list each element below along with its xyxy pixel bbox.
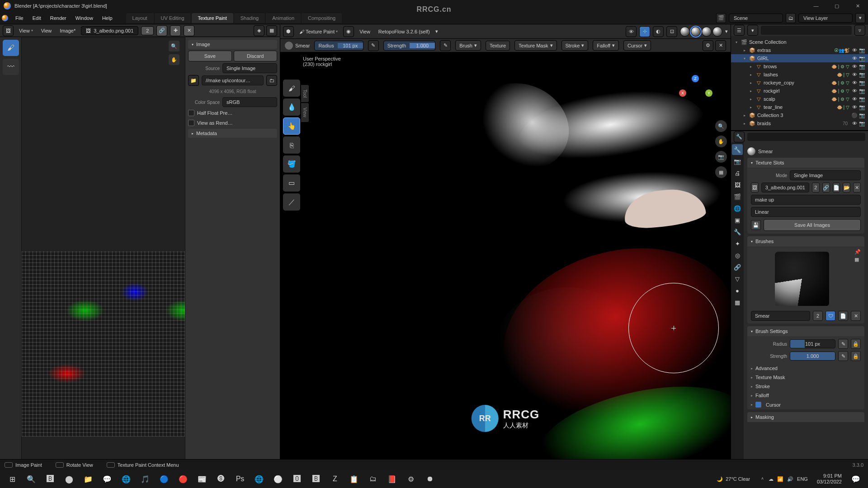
view-menu[interactable]: View (357, 28, 373, 36)
tool-soften-icon[interactable]: 💧 (283, 99, 300, 116)
taskbar-clock[interactable]: 9:01 PM 03/12/2022 (813, 473, 845, 485)
sub-cursor[interactable]: ▸Cursor (747, 400, 864, 409)
uv-pan-icon[interactable]: ✋ (169, 54, 179, 65)
scene-field[interactable]: Scene (729, 14, 783, 23)
brush-users[interactable]: 2 (813, 311, 823, 321)
tool-fill-icon[interactable]: 🪣 (283, 155, 300, 173)
sub-stroke[interactable]: ▸Stroke (747, 382, 864, 391)
shade-wire-icon[interactable] (680, 27, 690, 37)
app-generic-2-icon[interactable]: 🌐 (118, 470, 135, 488)
tab-layout[interactable]: Layout (126, 13, 154, 23)
bs-radius-slider[interactable]: 101 px (790, 339, 835, 348)
app-spotify-icon[interactable]: 🎵 (137, 470, 154, 488)
app-generic-7-icon[interactable]: ⚪ (269, 470, 287, 488)
gizmo-icon[interactable]: ⊹ (639, 26, 650, 37)
viewport-mode[interactable]: 🖌 Texture Paint▾ (297, 28, 340, 36)
filter-icon[interactable]: ▾ (855, 13, 865, 23)
notifications-icon[interactable]: 💬 (847, 470, 864, 488)
shade-solid-icon[interactable] (691, 27, 701, 37)
ptab-physics-icon[interactable]: ◎ (732, 250, 743, 261)
ptab-render-icon[interactable]: 📷 (732, 156, 743, 167)
outliner-item[interactable]: ▸▽brows🐵 | ⚙ ▽👁📷 (731, 62, 868, 70)
tool-settings-icon[interactable]: ⚙ (703, 40, 713, 51)
app-generic-5-icon[interactable]: 📰 (193, 470, 211, 488)
app-photoshop-icon[interactable]: Ps (231, 470, 249, 488)
app-generic-9-icon[interactable]: 🗂 (364, 470, 382, 488)
brushes-header[interactable]: ▾Brushes (747, 236, 864, 246)
tool-line-icon[interactable]: ／ (283, 193, 300, 211)
interp-select[interactable]: Linear (751, 207, 861, 217)
slot-users[interactable]: 2 (812, 183, 820, 192)
uv-overlay-icon[interactable]: ◈ (254, 25, 264, 36)
sub-texturemask[interactable]: ▸Texture Mask (747, 373, 864, 382)
viewlayer-icon[interactable]: 🗂 (786, 13, 796, 23)
source-value[interactable]: Single Image (222, 63, 277, 73)
taskbar-weather[interactable]: 🌙27°C Clear (712, 476, 755, 482)
tab-uvediting[interactable]: UV Editing (155, 13, 191, 23)
app-zbrush-icon[interactable]: Z (326, 470, 344, 488)
scene-icon[interactable]: 🎬 (716, 13, 726, 23)
ptab-modifier-icon[interactable]: 🔧 (732, 226, 743, 237)
start-icon[interactable]: ⊞ (4, 470, 21, 488)
nav-camera-icon[interactable]: 📷 (715, 151, 727, 163)
image-delete-icon[interactable]: ✕ (184, 25, 194, 36)
window-maximize[interactable]: ▢ (826, 0, 847, 12)
ptab-world-icon[interactable]: 🌐 (732, 203, 743, 214)
slot-link-icon[interactable]: 🔗 (822, 183, 830, 192)
3d-viewport[interactable]: User Perspective (230) rockgirl 🖌 💧 👆 ⎘ … (280, 52, 731, 459)
xray-icon[interactable]: ⊡ (666, 26, 677, 37)
app-blender-2-icon[interactable]: 🅱 (307, 470, 325, 488)
brush-settings-header[interactable]: ▾Brush Settings (747, 326, 864, 336)
menu-edit[interactable]: Edit (28, 14, 46, 23)
outliner-item[interactable]: ▸▽lashes🐵 | ▽👁📷 (731, 70, 868, 79)
close-panel-icon[interactable]: ✕ (715, 40, 726, 51)
axis-z[interactable]: Z (692, 75, 699, 82)
texture-slots-header[interactable]: ▾Texture Slots (747, 158, 864, 168)
radius-pen-icon[interactable]: ✎ (368, 40, 379, 51)
left-mode-select[interactable]: View▾ (16, 27, 36, 35)
axis-y[interactable]: Y (705, 89, 712, 97)
image-selector[interactable]: 🖼 3_albedo.png.001 (81, 26, 138, 35)
select-vis-icon[interactable]: 👁 (626, 26, 637, 37)
app-obs-icon[interactable]: ⏺ (421, 470, 439, 488)
slot-new-icon[interactable]: 📄 (833, 183, 840, 192)
save-images-icon[interactable]: 💾 (751, 220, 761, 230)
tool-smear-active-icon[interactable]: 👆 (283, 117, 300, 135)
search-icon[interactable]: 🔍 (23, 470, 40, 488)
paintmode-icon[interactable]: ◉ (343, 26, 354, 37)
app-whatsapp-icon[interactable]: 💬 (99, 470, 116, 488)
outliner-item[interactable]: ▸📦Collection 3⚫📷 (731, 111, 868, 119)
slot-image-icon[interactable]: 🖼 (751, 183, 759, 192)
brush-preview[interactable] (775, 252, 829, 306)
app-chrome-icon[interactable]: 🌐 (250, 470, 268, 488)
outliner-item[interactable]: ▸▽rockeye_copy🐵 | ⚙ ▽👁📷 (731, 79, 868, 87)
menu-render[interactable]: Render (46, 14, 71, 23)
texturemask-dropdown[interactable]: Texture Mask▾ (514, 40, 557, 51)
outliner-item[interactable]: ▸▽tear_line🐵 | ▽👁📷 (731, 103, 868, 111)
tool-clone-icon[interactable]: ⎘ (283, 136, 300, 154)
window-close[interactable]: ✕ (847, 0, 868, 12)
image-users[interactable]: 2 (141, 26, 154, 35)
outliner-item[interactable]: ▸▽rockgirl🐵 | ⚙ ▽👁📷 (731, 87, 868, 95)
tool-smear-icon[interactable]: 〰 (3, 59, 19, 75)
app-generic-6-icon[interactable]: 🅢 (212, 470, 230, 488)
strength-slider[interactable]: Strength1.000 (383, 41, 436, 51)
ptab-constraint-icon[interactable]: 🔗 (732, 262, 743, 272)
outliner-display-icon[interactable]: ▾ (747, 25, 758, 36)
ptab-texture-icon[interactable]: ▦ (732, 297, 743, 308)
outliner-item[interactable]: ▾📦GIRL👁📷 (731, 54, 868, 62)
app-acrobat-icon[interactable]: 📕 (383, 470, 401, 488)
bs-strength-slider[interactable]: 1.000 (790, 352, 835, 361)
left-image-menu[interactable]: Image* (57, 27, 78, 35)
outliner-item[interactable]: ▸▽scalp🐵 | ⚙ ▽👁📷 (731, 95, 868, 103)
brush-grid-icon[interactable]: ▦ (854, 257, 861, 263)
tool-mask-icon[interactable]: ▭ (283, 174, 300, 192)
ptab-object-icon[interactable]: ▣ (732, 215, 743, 225)
tab-animation[interactable]: Animation (266, 13, 301, 23)
ptab-output-icon[interactable]: 🖨 (732, 168, 743, 178)
sub-advanced[interactable]: ▸Advanced (747, 364, 864, 373)
app-generic-3-icon[interactable]: 🔵 (156, 470, 173, 488)
app-opera-icon[interactable]: 🅾 (288, 470, 306, 488)
app-generic-8-icon[interactable]: 📋 (345, 470, 363, 488)
system-tray[interactable]: ＾☁📶🔊ENG (756, 476, 811, 483)
